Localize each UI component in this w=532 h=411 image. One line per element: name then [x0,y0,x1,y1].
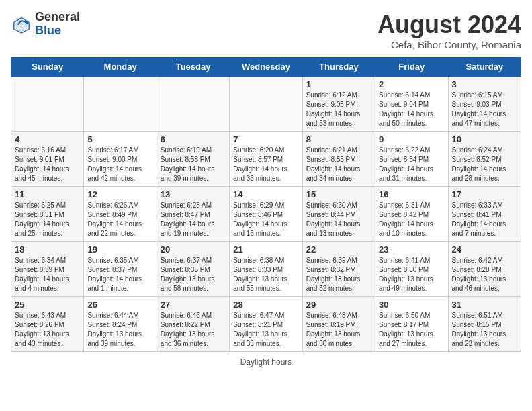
day-number: 7 [233,134,298,144]
day-number: 27 [161,300,226,310]
day-info: Sunrise: 6:30 AM Sunset: 8:44 PM Dayligh… [306,201,371,238]
calendar-cell: 8Sunrise: 6:21 AM Sunset: 8:55 PM Daylig… [302,132,375,187]
day-number: 31 [452,300,517,310]
day-number: 23 [379,244,444,255]
footer-note: Daylight hours [11,357,521,367]
calendar-cell: 18Sunrise: 6:34 AM Sunset: 8:39 PM Dayli… [11,242,84,297]
logo-text: General Blue [35,11,80,38]
calendar-cell: 20Sunrise: 6:37 AM Sunset: 8:35 PM Dayli… [157,242,229,297]
day-info: Sunrise: 6:48 AM Sunset: 8:19 PM Dayligh… [306,311,371,349]
calendar-week-5: 25Sunrise: 6:43 AM Sunset: 8:26 PM Dayli… [11,297,521,352]
day-number: 13 [161,189,226,199]
calendar-cell: 5Sunrise: 6:17 AM Sunset: 9:00 PM Daylig… [84,132,157,187]
day-number: 22 [306,244,371,255]
calendar-cell: 31Sunrise: 6:51 AM Sunset: 8:15 PM Dayli… [448,297,521,352]
day-number: 25 [15,300,80,310]
day-info: Sunrise: 6:15 AM Sunset: 9:03 PM Dayligh… [452,91,517,128]
title-block: August 2024 Cefa, Bihor County, Romania [378,11,521,50]
col-wednesday: Wednesday [230,58,302,77]
calendar-cell: 23Sunrise: 6:41 AM Sunset: 8:30 PM Dayli… [375,242,448,297]
day-info: Sunrise: 6:34 AM Sunset: 8:39 PM Dayligh… [15,256,80,293]
day-info: Sunrise: 6:29 AM Sunset: 8:46 PM Dayligh… [233,201,298,238]
calendar-cell [11,77,84,132]
day-number: 6 [161,134,226,144]
day-info: Sunrise: 6:44 AM Sunset: 8:24 PM Dayligh… [87,311,152,349]
calendar-cell: 24Sunrise: 6:42 AM Sunset: 8:28 PM Dayli… [448,242,521,297]
day-info: Sunrise: 6:35 AM Sunset: 8:37 PM Dayligh… [87,256,152,293]
day-number: 24 [452,244,517,255]
svg-marker-0 [13,15,30,34]
calendar-week-1: 1Sunrise: 6:12 AM Sunset: 9:05 PM Daylig… [11,77,521,132]
day-number: 2 [379,79,444,89]
calendar-cell: 19Sunrise: 6:35 AM Sunset: 8:37 PM Dayli… [84,242,157,297]
day-number: 20 [161,244,226,255]
day-number: 10 [452,134,517,144]
col-monday: Monday [84,58,157,77]
day-number: 1 [306,79,371,89]
calendar-cell [230,77,302,132]
calendar-cell: 2Sunrise: 6:14 AM Sunset: 9:04 PM Daylig… [375,77,448,132]
col-thursday: Thursday [302,58,375,77]
day-number: 16 [379,189,444,199]
calendar-cell: 12Sunrise: 6:26 AM Sunset: 8:49 PM Dayli… [84,187,157,242]
day-info: Sunrise: 6:31 AM Sunset: 8:42 PM Dayligh… [379,201,444,238]
day-info: Sunrise: 6:50 AM Sunset: 8:17 PM Dayligh… [379,311,444,349]
day-number: 14 [233,189,298,199]
col-friday: Friday [375,58,448,77]
logo-icon [11,13,32,35]
calendar-cell: 17Sunrise: 6:33 AM Sunset: 8:41 PM Dayli… [448,187,521,242]
calendar-cell: 10Sunrise: 6:24 AM Sunset: 8:52 PM Dayli… [448,132,521,187]
calendar-cell: 27Sunrise: 6:46 AM Sunset: 8:22 PM Dayli… [157,297,229,352]
day-info: Sunrise: 6:19 AM Sunset: 8:58 PM Dayligh… [161,146,226,183]
calendar-week-4: 18Sunrise: 6:34 AM Sunset: 8:39 PM Dayli… [11,242,521,297]
header-row: Sunday Monday Tuesday Wednesday Thursday… [11,58,521,77]
day-number: 21 [233,244,298,255]
day-number: 12 [87,189,152,199]
calendar-cell [84,77,157,132]
day-info: Sunrise: 6:33 AM Sunset: 8:41 PM Dayligh… [452,201,517,238]
logo-general-text: General [35,11,80,24]
day-info: Sunrise: 6:41 AM Sunset: 8:30 PM Dayligh… [379,256,444,293]
calendar-cell: 16Sunrise: 6:31 AM Sunset: 8:42 PM Dayli… [375,187,448,242]
calendar-cell: 14Sunrise: 6:29 AM Sunset: 8:46 PM Dayli… [230,187,302,242]
calendar-cell [157,77,229,132]
day-number: 4 [15,134,80,144]
calendar-cell: 25Sunrise: 6:43 AM Sunset: 8:26 PM Dayli… [11,297,84,352]
calendar-cell: 15Sunrise: 6:30 AM Sunset: 8:44 PM Dayli… [302,187,375,242]
day-number: 15 [306,189,371,199]
day-number: 9 [379,134,444,144]
day-number: 19 [87,244,152,255]
calendar-cell: 28Sunrise: 6:47 AM Sunset: 8:21 PM Dayli… [230,297,302,352]
day-info: Sunrise: 6:12 AM Sunset: 9:05 PM Dayligh… [306,91,371,128]
day-number: 5 [87,134,152,144]
page-header: General Blue August 2024 Cefa, Bihor Cou… [11,11,521,50]
day-info: Sunrise: 6:43 AM Sunset: 8:26 PM Dayligh… [15,311,80,349]
calendar-cell: 7Sunrise: 6:20 AM Sunset: 8:57 PM Daylig… [230,132,302,187]
calendar-cell: 9Sunrise: 6:22 AM Sunset: 8:54 PM Daylig… [375,132,448,187]
day-info: Sunrise: 6:39 AM Sunset: 8:32 PM Dayligh… [306,256,371,293]
day-info: Sunrise: 6:42 AM Sunset: 8:28 PM Dayligh… [452,256,517,293]
day-number: 3 [452,79,517,89]
day-info: Sunrise: 6:21 AM Sunset: 8:55 PM Dayligh… [306,146,371,183]
col-sunday: Sunday [11,58,84,77]
calendar-cell: 22Sunrise: 6:39 AM Sunset: 8:32 PM Dayli… [302,242,375,297]
logo: General Blue [11,11,80,38]
day-number: 29 [306,300,371,310]
day-number: 18 [15,244,80,255]
calendar-week-3: 11Sunrise: 6:25 AM Sunset: 8:51 PM Dayli… [11,187,521,242]
calendar-cell: 26Sunrise: 6:44 AM Sunset: 8:24 PM Dayli… [84,297,157,352]
day-info: Sunrise: 6:14 AM Sunset: 9:04 PM Dayligh… [379,91,444,128]
calendar-cell: 11Sunrise: 6:25 AM Sunset: 8:51 PM Dayli… [11,187,84,242]
day-info: Sunrise: 6:25 AM Sunset: 8:51 PM Dayligh… [15,201,80,238]
day-info: Sunrise: 6:17 AM Sunset: 9:00 PM Dayligh… [87,146,152,183]
col-saturday: Saturday [448,58,521,77]
day-info: Sunrise: 6:51 AM Sunset: 8:15 PM Dayligh… [452,311,517,349]
day-number: 8 [306,134,371,144]
calendar-cell: 30Sunrise: 6:50 AM Sunset: 8:17 PM Dayli… [375,297,448,352]
calendar-week-2: 4Sunrise: 6:16 AM Sunset: 9:01 PM Daylig… [11,132,521,187]
day-info: Sunrise: 6:28 AM Sunset: 8:47 PM Dayligh… [161,201,226,238]
day-number: 17 [452,189,517,199]
day-info: Sunrise: 6:46 AM Sunset: 8:22 PM Dayligh… [161,311,226,349]
day-info: Sunrise: 6:16 AM Sunset: 9:01 PM Dayligh… [15,146,80,183]
day-info: Sunrise: 6:24 AM Sunset: 8:52 PM Dayligh… [452,146,517,183]
